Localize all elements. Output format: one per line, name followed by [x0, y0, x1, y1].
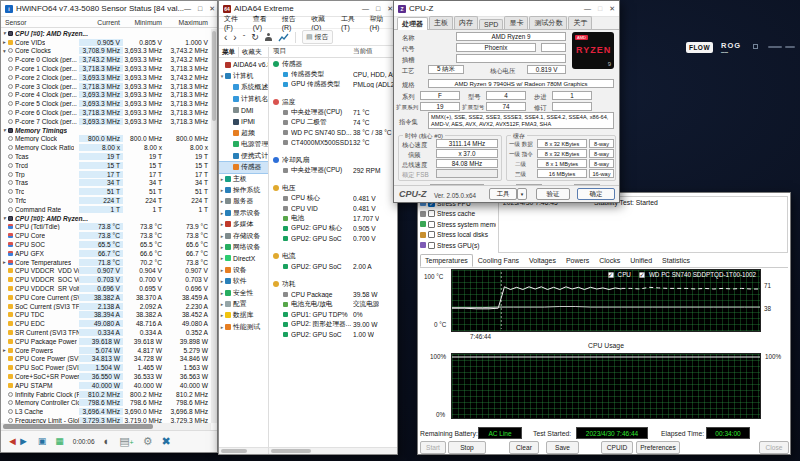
tools-button[interactable]: 工具	[489, 188, 517, 200]
tab-clocks[interactable]: Clocks	[594, 254, 625, 267]
column-header[interactable]: 当前值	[353, 47, 373, 57]
tab-powers[interactable]: Powers	[561, 254, 594, 267]
expand-arrow[interactable]: ▾	[1, 127, 8, 133]
sensor-item-row[interactable]: GPU2: GPU SoC0.700 V	[269, 233, 397, 243]
tab-关于[interactable]: 关于	[568, 16, 592, 29]
sensor-item-row[interactable]: 中央处理器(CPU)71 °C	[269, 107, 397, 117]
tab-voltages[interactable]: Voltages	[524, 254, 561, 267]
sensor-row[interactable]: Trcd15 T15 T15 T	[1, 161, 211, 170]
sensor-row[interactable]: CPU SoC Power (SVI3...1.504 W1.465 W1.56…	[1, 363, 211, 372]
sensor-row[interactable]: ▾CPU [#0]: AMD Ryzen...	[1, 214, 211, 223]
sidebar-item[interactable]: ▸数据库	[219, 310, 268, 321]
close-icon[interactable]: ✕	[209, 5, 215, 13]
back-icon[interactable]: ‹	[224, 32, 227, 43]
sidebar-item[interactable]: AIDA64 v6.85.6300	[219, 59, 268, 70]
tab-处理器[interactable]: 处理器	[397, 17, 428, 30]
sensor-row[interactable]: CPU VDDCR_SR Volta...0.696 V0.695 V0.696…	[1, 284, 211, 293]
checkbox[interactable]	[428, 221, 435, 228]
validate-button[interactable]: 验证	[536, 188, 570, 200]
vertical-scrollbar[interactable]	[211, 29, 217, 423]
horizontal-scrollbar[interactable]	[219, 447, 268, 454]
sensor-row[interactable]: ▾Memory Timings	[1, 126, 211, 135]
sensor-item-row[interactable]: WD PC SN740 SD...38 °C / 38 °C	[269, 127, 397, 137]
stress-item[interactable]: Stress local disks	[420, 230, 496, 241]
refresh-icon[interactable]: ↻	[251, 32, 259, 42]
sensor-item-row[interactable]: GPU1: GPU TDP%0%	[269, 309, 397, 319]
sensor-row[interactable]: CPU VDDCR_VDD Volt...0.907 V0.904 V0.907…	[1, 267, 211, 276]
minimize-icon[interactable]: —	[584, 5, 591, 13]
report-button[interactable]: ▤报告	[302, 30, 333, 44]
sensor-item-row[interactable]: 传感器类型CPU, HDD, Asus NB	[269, 69, 397, 79]
sensor-item-row[interactable]: CPU Package39.58 W	[269, 289, 397, 299]
sidebar-item[interactable]: 传感器	[219, 162, 268, 173]
maximize-icon[interactable]: □	[376, 5, 380, 13]
column-header[interactable]: Minimum	[123, 19, 165, 26]
tab-temperatures[interactable]: Temperatures	[420, 254, 473, 267]
sensor-row[interactable]: P-core 2 Clock (per...3,693.3 MHz3,693.3…	[1, 73, 211, 82]
tools-dropdown-button[interactable]: ▾	[517, 188, 527, 200]
column-header[interactable]: Sensor	[1, 19, 79, 26]
expand-arrow[interactable]: ▸	[1, 259, 8, 265]
gear-icon[interactable]: ⚙	[143, 436, 153, 447]
sidebar-item[interactable]: ▾计算机	[219, 70, 268, 81]
sensor-row[interactable]: Infinity Fabric Clock (F...810.2 MHz800.…	[1, 390, 211, 399]
sidebar-item[interactable]: ▸服务器	[219, 196, 268, 207]
sidebar-item[interactable]: 系统概述	[219, 82, 268, 93]
sidebar-item[interactable]: IPMI	[219, 116, 268, 127]
sensor-item-row[interactable]: GPU2: GPU 核心0.905 V	[269, 223, 397, 233]
save-button[interactable]: Save	[546, 441, 579, 454]
sensor-item-row[interactable]: 中央处理器(CPU)292 RPM	[269, 165, 397, 175]
minimize-icon[interactable]: —	[362, 5, 369, 13]
menu-item[interactable]: 文件(F)	[224, 14, 246, 31]
sensor-row[interactable]: Frequency Limit - Global3,729.3 MHz3,719…	[1, 416, 211, 423]
sidebar-item[interactable]: 计算机名称	[219, 93, 268, 104]
forward-icon[interactable]: ›	[233, 32, 236, 43]
sensor-item-row[interactable]: GPU2: GPU SoC2.00 A	[269, 261, 397, 271]
sidebar-item[interactable]: 便携式计算机	[219, 150, 268, 161]
sensor-row[interactable]: Core+SoC+SR Power ...36.550 W36.533 W36.…	[1, 372, 211, 381]
column-header[interactable]: Maximum	[165, 19, 211, 26]
sensor-item-row[interactable]: GPU2: GPU SoC1.00 W	[269, 329, 397, 339]
ok-button[interactable]: 确定	[577, 188, 615, 200]
sensor-row[interactable]: CPU (Tctl/Tdie)73.8 °C73.8 °C73.9 °C	[1, 223, 211, 232]
sensor-item-row[interactable]: GPU 传感器类型PMLog (ADL2)	[269, 79, 397, 89]
expand-arrow[interactable]: ▾	[1, 30, 8, 36]
sensor-table-header[interactable]: SensorCurrentMinimumMaximum	[1, 17, 217, 28]
sensor-row[interactable]: ▸Core Temperatures71.8 °C70.2 °C73.8 °C	[1, 258, 211, 267]
menu-item[interactable]: 帮助(H)	[370, 14, 392, 31]
sensor-item-row[interactable]: 电池17.707 V	[269, 213, 397, 223]
nav-tab[interactable]: 菜单	[219, 47, 239, 57]
tab-内存[interactable]: 内存	[454, 16, 478, 29]
sensor-item-row[interactable]: CT4000MX500SSD132 °C	[269, 137, 397, 147]
stop-button[interactable]: Stop	[448, 441, 486, 454]
tab-SPD[interactable]: SPD	[479, 19, 503, 29]
sensor-row[interactable]: P-core 4 Clock (per...3,693.3 MHz3,693.3…	[1, 91, 211, 100]
sensor-row[interactable]: Memory Clock Ratio8.00 x8.00 x8.00 x	[1, 143, 211, 152]
sensor-group-row[interactable]: 冷却风扇	[269, 155, 397, 165]
sensor-row[interactable]: P-core 0 Clock (per...3,743.2 MHz3,693.3…	[1, 55, 211, 64]
hwinfo-titlebar[interactable]: i HWiNFO64 v7.43-5080 Sensor Status [84 …	[1, 1, 217, 17]
cpuid-button[interactable]: CPUID	[601, 441, 633, 454]
sensor-pane-header[interactable]: 项目当前值	[269, 47, 397, 58]
preferences-button[interactable]: Preferences	[636, 441, 680, 454]
sensor-row[interactable]: ▸Core VIDs0.905 V0.805 V1.000 V	[1, 38, 211, 47]
sensor-row[interactable]: P-core 1 Clock (per...3,718.3 MHz3,693.3…	[1, 64, 211, 73]
sensor-item-row[interactable]: GPU2: 图形处理器...39.00 W	[269, 319, 397, 329]
sensor-row[interactable]: APU GFX66.7 °C66.6 °C66.7 °C	[1, 249, 211, 258]
sensor-row[interactable]: ▾Core Clocks3,708.9 MHz3,693.3 MHz3,743.…	[1, 47, 211, 56]
sensor-row[interactable]: Tras34 T34 T34 T	[1, 179, 211, 188]
report-log-icon[interactable]: ▤+	[119, 436, 134, 447]
checkbox[interactable]	[428, 210, 435, 217]
sensor-row[interactable]: APU STAPM40.000 W40.000 W40.000 W	[1, 381, 211, 390]
tab-cooling-fans[interactable]: Cooling Fans	[473, 254, 524, 267]
sidebar-item[interactable]: 超频	[219, 127, 268, 138]
sidebar-item[interactable]: ▸主板	[219, 173, 268, 184]
sensor-group-row[interactable]: 传感器	[269, 59, 397, 69]
sidebar-item[interactable]: ▸设备	[219, 264, 268, 275]
sensor-row[interactable]: P-core 6 Clock (per...3,718.3 MHz3,693.3…	[1, 108, 211, 117]
remote-screens-icon[interactable]: ▦	[55, 437, 64, 446]
sensor-row[interactable]: Trp17 T17 T17 T	[1, 170, 211, 179]
menu-item[interactable]: 查看(V)	[253, 14, 275, 31]
sensor-group-row[interactable]: 功耗	[269, 279, 397, 289]
sensor-row[interactable]: CPU Core Current (SV...38.382 A38.370 A3…	[1, 293, 211, 302]
